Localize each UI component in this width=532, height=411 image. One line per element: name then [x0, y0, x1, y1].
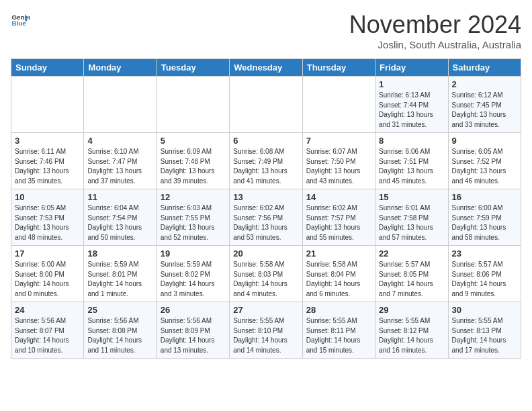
calendar-day-cell: 21Sunrise: 5:58 AM Sunset: 8:04 PM Dayli…	[302, 246, 375, 302]
calendar-day-cell: 8Sunrise: 6:06 AM Sunset: 7:51 PM Daylig…	[375, 133, 448, 189]
calendar-day-cell: 13Sunrise: 6:02 AM Sunset: 7:56 PM Dayli…	[230, 189, 302, 246]
day-number: 21	[306, 248, 371, 259]
calendar-day-cell: 14Sunrise: 6:02 AM Sunset: 7:57 PM Dayli…	[302, 189, 375, 246]
day-number: 26	[161, 305, 226, 315]
month-title: November 2024	[349, 11, 521, 39]
day-info: Sunrise: 5:57 AM Sunset: 8:05 PM Dayligh…	[379, 260, 444, 299]
logo-icon: General Blue	[11, 11, 30, 30]
day-number: 29	[379, 305, 444, 315]
svg-text:Blue: Blue	[11, 19, 26, 27]
calendar-day-cell: 28Sunrise: 5:55 AM Sunset: 8:11 PM Dayli…	[302, 302, 375, 359]
day-info: Sunrise: 6:06 AM Sunset: 7:51 PM Dayligh…	[379, 147, 444, 186]
day-number: 28	[306, 305, 371, 315]
calendar-day-cell: 19Sunrise: 5:59 AM Sunset: 8:02 PM Dayli…	[157, 246, 229, 302]
day-number: 25	[87, 305, 152, 315]
logo: General Blue	[11, 11, 30, 30]
day-number: 27	[233, 305, 298, 315]
calendar-week-row: 3Sunrise: 6:11 AM Sunset: 7:46 PM Daylig…	[11, 133, 521, 189]
day-number: 20	[233, 248, 298, 259]
calendar-week-row: 1Sunrise: 6:13 AM Sunset: 7:44 PM Daylig…	[11, 77, 521, 133]
day-info: Sunrise: 5:59 AM Sunset: 8:01 PM Dayligh…	[87, 260, 152, 299]
day-info: Sunrise: 5:56 AM Sunset: 8:09 PM Dayligh…	[161, 316, 226, 355]
day-number: 8	[379, 136, 444, 146]
calendar-day-cell: 30Sunrise: 5:55 AM Sunset: 8:13 PM Dayli…	[448, 302, 521, 359]
day-info: Sunrise: 5:55 AM Sunset: 8:11 PM Dayligh…	[306, 316, 371, 355]
day-info: Sunrise: 5:56 AM Sunset: 8:07 PM Dayligh…	[15, 316, 80, 355]
day-info: Sunrise: 6:07 AM Sunset: 7:50 PM Dayligh…	[306, 147, 371, 186]
calendar-table: SundayMondayTuesdayWednesdayThursdayFrid…	[11, 58, 521, 359]
day-number: 19	[161, 248, 226, 259]
day-number: 18	[87, 248, 152, 259]
day-number: 12	[161, 192, 226, 202]
calendar-day-cell: 18Sunrise: 5:59 AM Sunset: 8:01 PM Dayli…	[84, 246, 157, 302]
calendar-day-cell: 24Sunrise: 5:56 AM Sunset: 8:07 PM Dayli…	[11, 302, 84, 359]
day-number: 15	[379, 192, 444, 202]
day-info: Sunrise: 6:00 AM Sunset: 8:00 PM Dayligh…	[15, 260, 80, 299]
day-number: 11	[87, 192, 152, 202]
calendar-header-row: SundayMondayTuesdayWednesdayThursdayFrid…	[11, 59, 521, 77]
calendar-day-cell	[84, 77, 157, 133]
day-number: 9	[452, 136, 517, 146]
day-info: Sunrise: 5:58 AM Sunset: 8:04 PM Dayligh…	[306, 260, 371, 299]
day-info: Sunrise: 5:58 AM Sunset: 8:03 PM Dayligh…	[233, 260, 298, 299]
calendar-day-cell: 27Sunrise: 5:55 AM Sunset: 8:10 PM Dayli…	[230, 302, 302, 359]
weekday-header: Friday	[375, 59, 448, 77]
day-info: Sunrise: 5:55 AM Sunset: 8:10 PM Dayligh…	[233, 316, 298, 355]
weekday-header: Sunday	[11, 59, 84, 77]
day-info: Sunrise: 5:56 AM Sunset: 8:08 PM Dayligh…	[87, 316, 152, 355]
weekday-header: Monday	[84, 59, 157, 77]
day-info: Sunrise: 6:02 AM Sunset: 7:56 PM Dayligh…	[233, 203, 298, 242]
calendar-week-row: 10Sunrise: 6:05 AM Sunset: 7:53 PM Dayli…	[11, 189, 521, 246]
day-info: Sunrise: 6:05 AM Sunset: 7:53 PM Dayligh…	[15, 203, 80, 242]
day-info: Sunrise: 6:11 AM Sunset: 7:46 PM Dayligh…	[15, 147, 80, 186]
weekday-header: Thursday	[302, 59, 375, 77]
day-info: Sunrise: 5:59 AM Sunset: 8:02 PM Dayligh…	[161, 260, 226, 299]
day-number: 13	[233, 192, 298, 202]
day-number: 5	[161, 136, 226, 146]
calendar-day-cell: 3Sunrise: 6:11 AM Sunset: 7:46 PM Daylig…	[11, 133, 84, 189]
day-info: Sunrise: 6:09 AM Sunset: 7:48 PM Dayligh…	[161, 147, 226, 186]
calendar-day-cell: 17Sunrise: 6:00 AM Sunset: 8:00 PM Dayli…	[11, 246, 84, 302]
day-number: 24	[15, 305, 80, 315]
calendar-day-cell	[11, 77, 84, 133]
day-number: 22	[379, 248, 444, 259]
day-info: Sunrise: 6:03 AM Sunset: 7:55 PM Dayligh…	[161, 203, 226, 242]
calendar-day-cell: 23Sunrise: 5:57 AM Sunset: 8:06 PM Dayli…	[448, 246, 521, 302]
calendar-day-cell: 5Sunrise: 6:09 AM Sunset: 7:48 PM Daylig…	[157, 133, 229, 189]
calendar-day-cell	[230, 77, 302, 133]
calendar-day-cell	[302, 77, 375, 133]
calendar-day-cell: 29Sunrise: 5:55 AM Sunset: 8:12 PM Dayli…	[375, 302, 448, 359]
calendar-day-cell: 22Sunrise: 5:57 AM Sunset: 8:05 PM Dayli…	[375, 246, 448, 302]
calendar-day-cell: 20Sunrise: 5:58 AM Sunset: 8:03 PM Dayli…	[230, 246, 302, 302]
day-info: Sunrise: 6:04 AM Sunset: 7:54 PM Dayligh…	[87, 203, 152, 242]
calendar-day-cell: 11Sunrise: 6:04 AM Sunset: 7:54 PM Dayli…	[84, 189, 157, 246]
weekday-header: Saturday	[448, 59, 521, 77]
calendar-day-cell	[157, 77, 229, 133]
calendar-day-cell: 12Sunrise: 6:03 AM Sunset: 7:55 PM Dayli…	[157, 189, 229, 246]
calendar-week-row: 17Sunrise: 6:00 AM Sunset: 8:00 PM Dayli…	[11, 246, 521, 302]
calendar-day-cell: 7Sunrise: 6:07 AM Sunset: 7:50 PM Daylig…	[302, 133, 375, 189]
day-number: 16	[452, 192, 517, 202]
day-info: Sunrise: 6:08 AM Sunset: 7:49 PM Dayligh…	[233, 147, 298, 186]
title-block: November 2024 Joslin, South Australia, A…	[349, 11, 521, 50]
day-info: Sunrise: 6:13 AM Sunset: 7:44 PM Dayligh…	[379, 91, 444, 130]
day-number: 2	[452, 79, 517, 89]
day-info: Sunrise: 6:10 AM Sunset: 7:47 PM Dayligh…	[87, 147, 152, 186]
calendar-day-cell: 15Sunrise: 6:01 AM Sunset: 7:58 PM Dayli…	[375, 189, 448, 246]
day-number: 17	[15, 248, 80, 259]
calendar-day-cell: 10Sunrise: 6:05 AM Sunset: 7:53 PM Dayli…	[11, 189, 84, 246]
day-info: Sunrise: 6:01 AM Sunset: 7:58 PM Dayligh…	[379, 203, 444, 242]
day-info: Sunrise: 5:55 AM Sunset: 8:13 PM Dayligh…	[452, 316, 517, 355]
calendar-week-row: 24Sunrise: 5:56 AM Sunset: 8:07 PM Dayli…	[11, 302, 521, 359]
day-info: Sunrise: 5:57 AM Sunset: 8:06 PM Dayligh…	[452, 260, 517, 299]
day-info: Sunrise: 6:05 AM Sunset: 7:52 PM Dayligh…	[452, 147, 517, 186]
location: Joslin, South Australia, Australia	[349, 39, 521, 50]
day-number: 4	[87, 136, 152, 146]
calendar-day-cell: 1Sunrise: 6:13 AM Sunset: 7:44 PM Daylig…	[375, 77, 448, 133]
day-number: 23	[452, 248, 517, 259]
day-number: 30	[452, 305, 517, 315]
day-number: 6	[233, 136, 298, 146]
day-number: 3	[15, 136, 80, 146]
page-header: General Blue November 2024 Joslin, South…	[11, 11, 521, 50]
calendar-day-cell: 6Sunrise: 6:08 AM Sunset: 7:49 PM Daylig…	[230, 133, 302, 189]
